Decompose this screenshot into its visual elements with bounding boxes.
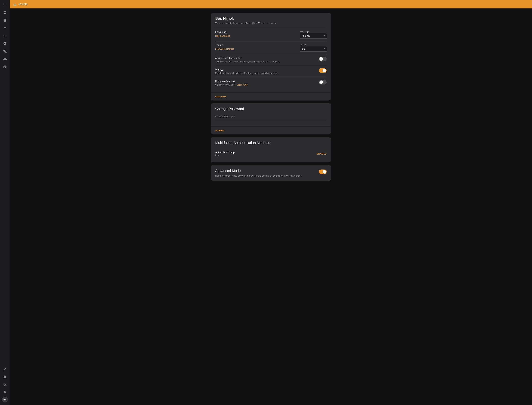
change-password-card-footer: SUBMIT: [211, 126, 331, 135]
profile-card-footer: LOG OUT: [211, 92, 331, 101]
mfa-card-body: Multi-factor Authentication Modules Auth…: [211, 137, 331, 162]
mfa-title: Multi-factor Authentication Modules: [215, 141, 327, 145]
sidebar-bottom: BN: [1, 365, 8, 404]
learn-more-link[interactable]: Learn more: [237, 84, 248, 86]
authenticator-subtitle: totp: [215, 154, 235, 156]
user-desc: You are currently logged in as Bas Nijho…: [215, 22, 327, 24]
config-icon[interactable]: [1, 40, 8, 47]
header-menu-icon[interactable]: ☰: [13, 2, 17, 6]
change-password-card-body: Change Password: [211, 103, 331, 126]
terminal-icon[interactable]: [1, 63, 8, 70]
always-hide-sidebar-desc: This will hide the sidebar by default, s…: [215, 60, 280, 63]
home-icon[interactable]: [1, 373, 8, 380]
language-label-group: Language Help translating: [215, 31, 230, 37]
theme-select-label: Theme: [300, 44, 327, 46]
push-notifications-label: Push Notifications: [215, 80, 248, 83]
svg-rect-0: [3, 4, 7, 4]
theme-select-container: Theme ios default material ▼: [300, 44, 327, 52]
vibrate-slider: [319, 68, 327, 73]
content-area: Bas Nijholt You are currently logged in …: [10, 8, 532, 405]
language-select[interactable]: English Dutch French German Spanish: [300, 34, 327, 39]
tools-icon[interactable]: [1, 48, 8, 55]
header: ☰ Profile: [10, 0, 532, 8]
vibrate-row: Vibrate Enable or disable vibration on t…: [215, 66, 327, 77]
push-notifications-label-group: Push Notifications Configure notify.html…: [215, 80, 248, 86]
vibrate-label: Vibrate: [215, 68, 278, 71]
enable-mfa-button[interactable]: ENABLE: [317, 152, 327, 155]
current-password-wrapper: [215, 115, 327, 120]
push-notifications-desc: Configure notify.html5. Learn more: [215, 83, 248, 86]
advanced-mode-toggle[interactable]: [319, 169, 327, 174]
change-password-title: Change Password: [215, 107, 327, 111]
current-password-input[interactable]: [215, 115, 327, 119]
submit-button[interactable]: SUBMIT: [215, 129, 225, 132]
help-translating-link[interactable]: Help translating: [215, 35, 230, 37]
learn-about-themes-link[interactable]: Learn about themes: [215, 48, 234, 50]
vibrate-label-group: Vibrate Enable or disable vibration on t…: [215, 68, 278, 75]
advanced-mode-desc: Home Assistant hides advanced features a…: [215, 174, 302, 177]
sidebar: BN: [0, 0, 10, 405]
push-notifications-row: Push Notifications Configure notify.html…: [215, 77, 327, 89]
advanced-mode-title: Advanced Mode: [215, 169, 302, 173]
advanced-mode-label-group: Advanced Mode Home Assistant hides advan…: [215, 169, 302, 177]
inbox-icon[interactable]: [1, 17, 8, 24]
theme-select[interactable]: ios default material: [300, 47, 327, 52]
authenticator-title: Authenticator app: [215, 151, 235, 154]
always-hide-sidebar-label: Always hide the sidebar: [215, 57, 280, 60]
svg-rect-1: [3, 5, 7, 5]
svg-rect-2: [3, 6, 7, 6]
menu-toggle-icon[interactable]: [1, 1, 8, 8]
authenticator-label-group: Authenticator app totp: [215, 151, 235, 156]
advanced-mode-row: Advanced Mode Home Assistant hides advan…: [215, 169, 327, 177]
language-select-container: Language English Dutch French German Spa…: [300, 31, 327, 39]
language-label: Language: [215, 31, 230, 34]
language-select-label: Language: [300, 31, 327, 33]
push-notifications-slider: [319, 80, 327, 84]
main-area: ☰ Profile Bas Nijholt You are currently …: [10, 0, 532, 405]
always-hide-sidebar-toggle[interactable]: [319, 57, 327, 61]
page-title: Profile: [19, 2, 28, 6]
chart-icon[interactable]: [1, 32, 8, 40]
advanced-mode-slider: [319, 169, 327, 174]
authenticator-row: Authenticator app totp ENABLE: [215, 148, 327, 159]
list-icon[interactable]: [1, 25, 8, 32]
vibrate-desc: Enable or disable vibration on this devi…: [215, 72, 278, 75]
always-hide-sidebar-label-group: Always hide the sidebar This will hide t…: [215, 57, 280, 63]
build-icon[interactable]: [1, 365, 8, 373]
always-hide-sidebar-slider: [319, 57, 327, 61]
logout-button[interactable]: LOG OUT: [215, 95, 226, 98]
advanced-mode-card: Advanced Mode Home Assistant hides advan…: [211, 165, 331, 181]
theme-label-group: Theme Learn about themes: [215, 44, 234, 50]
advanced-mode-card-body: Advanced Mode Home Assistant hides advan…: [211, 165, 331, 181]
vibrate-toggle[interactable]: [319, 68, 327, 73]
profile-card-body: Bas Nijholt You are currently logged in …: [211, 13, 331, 92]
theme-label: Theme: [215, 44, 234, 47]
cloud-icon[interactable]: [1, 56, 8, 63]
theme-row: Theme Learn about themes Theme ios defau…: [215, 41, 327, 54]
user-name: Bas Nijholt: [215, 16, 327, 21]
always-hide-sidebar-row: Always hide the sidebar This will hide t…: [215, 54, 327, 66]
settings-icon[interactable]: [1, 381, 8, 388]
sidebar-top: [1, 1, 8, 365]
grid-icon[interactable]: [1, 9, 8, 16]
profile-card: Bas Nijholt You are currently logged in …: [211, 13, 331, 101]
change-password-card: Change Password SUBMIT: [211, 103, 331, 135]
push-notifications-toggle[interactable]: [319, 80, 327, 84]
mfa-card: Multi-factor Authentication Modules Auth…: [211, 137, 331, 162]
user-avatar[interactable]: BN: [2, 397, 8, 402]
language-row: Language Help translating Language Engli…: [215, 28, 327, 41]
notifications-icon[interactable]: [1, 389, 8, 396]
